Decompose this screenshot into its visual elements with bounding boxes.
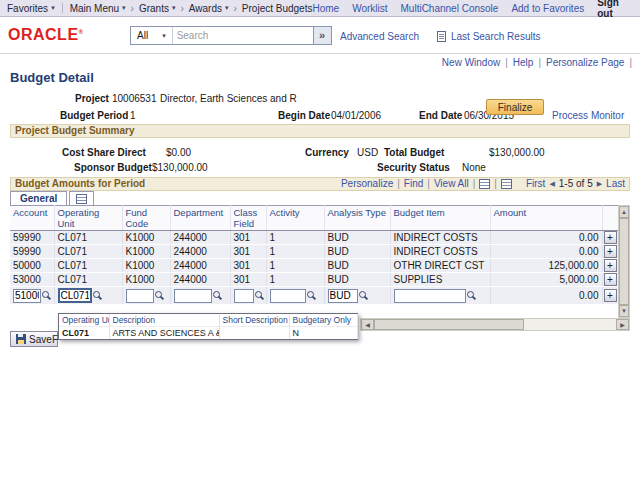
zoom-grid-icon[interactable] (501, 179, 512, 189)
project-id: 10006531 (112, 93, 157, 104)
process-monitor-link[interactable]: Process Monitor (552, 110, 624, 121)
cell-activity: 1 (266, 245, 324, 259)
budget-item-input[interactable] (394, 289, 466, 303)
department-input[interactable] (174, 289, 212, 303)
amount-value: 0.00 (490, 287, 602, 305)
cell-department: 244000 (170, 273, 230, 287)
col-account[interactable]: Account (10, 206, 54, 231)
save-disk-icon (16, 334, 26, 344)
last-search-results-link[interactable]: Last Search Results (451, 31, 541, 42)
add-row-button[interactable]: + (604, 231, 617, 244)
cell-class-field: 301 (230, 245, 266, 259)
fund-code-input[interactable] (126, 289, 154, 303)
col-department[interactable]: Department (170, 206, 230, 231)
save-label: Save (29, 334, 52, 345)
activity-lookup-icon[interactable] (307, 290, 317, 301)
first-link[interactable]: First (526, 178, 545, 190)
grid-title: Budget Amounts for Period (15, 178, 145, 190)
col-activity[interactable]: Activity (266, 206, 324, 231)
scroll-right-icon[interactable]: ▶ (616, 319, 629, 330)
cell-department: 244000 (170, 245, 230, 259)
grid-vertical-scrollbar[interactable]: ▲ ▼ (618, 205, 630, 318)
col-class-field[interactable]: Class Field (230, 206, 266, 231)
grid-tabs: General (10, 191, 94, 205)
lookup-col-operating-unit[interactable]: Operating Unit (59, 314, 109, 327)
lookup-col-budgetary-only[interactable]: Budgetary Only (289, 314, 357, 327)
add-row-button[interactable]: + (604, 289, 617, 302)
cell-department: 244000 (170, 259, 230, 273)
class-field-lookup-icon[interactable] (255, 290, 265, 301)
account-lookup-icon[interactable] (42, 290, 52, 301)
cell-budget-item: SUPPLIES (390, 273, 490, 287)
department-lookup-icon[interactable] (213, 290, 223, 301)
lookup-col-short-description[interactable]: Short Description (219, 314, 289, 327)
personalize-link[interactable]: Personalize (341, 178, 393, 190)
divider (62, 3, 63, 13)
tab-general[interactable]: General (10, 191, 67, 205)
col-actions (602, 206, 618, 231)
vertical-scrollbar-thumb[interactable] (619, 218, 629, 305)
favorites-menu[interactable]: Favorites ▾ (7, 3, 55, 14)
page-bar: New Window | Help | Personalize Page | (442, 57, 632, 68)
add-row-button[interactable]: + (604, 259, 617, 272)
horizontal-scrollbar-thumb[interactable] (374, 319, 524, 330)
lookup-col-description[interactable]: Description (109, 314, 219, 327)
scroll-left-icon[interactable]: ◀ (361, 319, 374, 330)
col-fund-code[interactable]: Fund Code (122, 206, 170, 231)
scroll-up-icon[interactable]: ▲ (619, 206, 629, 218)
add-row-button[interactable]: + (604, 245, 617, 258)
breadcrumb-grants[interactable]: Grants ▾ (139, 3, 176, 14)
main-menu[interactable]: Main Menu ▾ (70, 3, 126, 14)
show-all-columns-tab[interactable] (69, 191, 94, 205)
grid-edit-row: 0.00 + (10, 287, 618, 305)
budget-period-label: Budget Period (60, 110, 128, 121)
separator: | (473, 178, 476, 190)
col-analysis-type[interactable]: Analysis Type (324, 206, 390, 231)
new-window-link[interactable]: New Window (442, 57, 500, 68)
fund-code-lookup-icon[interactable] (155, 290, 165, 301)
save-button[interactable]: Save (10, 331, 58, 347)
col-operating-unit[interactable]: Operating Unit (54, 206, 122, 231)
cell-budget-item: INDIRECT COSTS (390, 231, 490, 245)
class-field-input[interactable] (234, 289, 254, 303)
search-links: Advanced Search Last Search Results (340, 31, 540, 42)
home-link[interactable]: Home (312, 3, 339, 14)
search-scope-selector[interactable]: All ▾ (131, 27, 173, 44)
next-rows-icon[interactable]: ▶ (597, 178, 602, 190)
previous-rows-icon[interactable]: ◀ (549, 178, 554, 190)
operating-unit-lookup-icon[interactable] (93, 290, 103, 301)
cell-account: 50000 (10, 259, 54, 273)
grid-horizontal-scrollbar[interactable]: ◀ ▶ (360, 318, 630, 331)
find-link[interactable]: Find (404, 178, 423, 190)
advanced-search-link[interactable]: Advanced Search (340, 31, 419, 42)
add-row-button[interactable]: + (604, 273, 617, 286)
worklist-link[interactable]: Worklist (352, 3, 387, 14)
analysis-type-input[interactable] (328, 289, 358, 303)
sponsor-budget-value: $130,000.00 (152, 162, 208, 173)
last-link[interactable]: Last (606, 178, 625, 190)
account-input[interactable] (13, 289, 41, 303)
help-link[interactable]: Help (513, 57, 534, 68)
finalize-button[interactable]: Finalize (486, 99, 544, 115)
lookup-result-row[interactable]: CL071 ARTS AND SCIENCES A & S N (59, 327, 357, 340)
col-amount[interactable]: Amount (490, 206, 602, 231)
oracle-logo: ORACLE® (8, 26, 83, 44)
scrollbar-track[interactable] (524, 319, 616, 330)
operating-unit-input[interactable] (58, 288, 92, 303)
personalize-page-link[interactable]: Personalize Page (546, 57, 624, 68)
analysis-type-lookup-icon[interactable] (359, 290, 369, 301)
download-grid-icon[interactable] (479, 179, 490, 189)
col-budget-item[interactable]: Budget Item (390, 206, 490, 231)
search-go-button[interactable]: » (313, 27, 331, 44)
search-input[interactable] (173, 27, 313, 44)
budget-item-lookup-icon[interactable] (467, 290, 477, 301)
view-all-link[interactable]: View All (434, 178, 469, 190)
activity-input[interactable] (270, 289, 306, 303)
add-to-favorites-link[interactable]: Add to Favorites (511, 3, 584, 14)
lookup-operating-unit-value[interactable]: CL071 (59, 327, 109, 340)
breadcrumb-project-budgets[interactable]: Project Budgets (242, 3, 313, 14)
grid-header-row: Account Operating Unit Fund Code Departm… (10, 206, 618, 231)
scroll-down-icon[interactable]: ▼ (619, 305, 629, 317)
breadcrumb-awards[interactable]: Awards ▾ (189, 3, 229, 14)
multichannel-console-link[interactable]: MultiChannel Console (401, 3, 499, 14)
